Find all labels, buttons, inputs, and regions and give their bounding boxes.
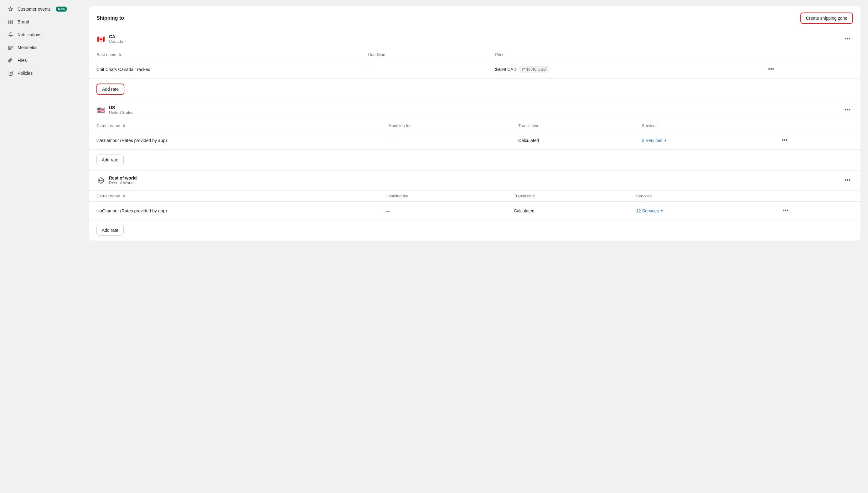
handling-fee-cell-row: — <box>378 202 506 220</box>
sidebar-item-policies[interactable]: Policies <box>2 67 79 80</box>
zone-row-country: Rest of World <box>109 180 137 185</box>
ca-row-menu-button[interactable]: ••• <box>766 65 776 74</box>
zone-row-menu-button[interactable]: ••• <box>842 176 853 185</box>
sort-icon-carrier-row[interactable]: ⇅ <box>122 194 125 198</box>
brand-icon <box>7 19 14 25</box>
col-actions-us <box>771 120 861 131</box>
zone-row: Rest of world Rest of World ••• Carrier … <box>89 170 861 240</box>
zone-ca: 🇨🇦 CA Canada ••• Rate name ⇅ Condition <box>89 29 861 100</box>
services-link-row[interactable]: 12 Services ▼ <box>636 208 765 213</box>
shipping-header: Shipping to Create shipping zone <box>89 6 861 29</box>
paperclip-icon <box>7 57 14 64</box>
sidebar-label-files: Files <box>18 58 27 63</box>
chevron-down-icon-us: ▼ <box>664 138 667 142</box>
zone-us-menu-button[interactable]: ••• <box>842 105 853 114</box>
shipping-container: Shipping to Create shipping zone 🇨🇦 CA C… <box>89 6 861 240</box>
us-row-menu-button[interactable]: ••• <box>779 136 790 145</box>
ca-add-rate-button[interactable]: Add rate <box>97 84 124 95</box>
sidebar-item-notifications[interactable]: Notifications <box>2 28 79 41</box>
zone-us-name-group: US United States <box>109 105 134 115</box>
row-actions-us: ••• <box>771 131 861 150</box>
sidebar-item-brand[interactable]: Brand <box>2 16 79 28</box>
table-row: viaGlamour (Rates provided by app) — Cal… <box>89 131 861 150</box>
sidebar-item-files[interactable]: Files <box>2 54 79 67</box>
svg-rect-3 <box>11 22 13 24</box>
zone-ca-name-group: CA Canada <box>109 34 123 44</box>
zone-us-country: United States <box>109 110 134 115</box>
ca-add-rate-section: Add rate <box>89 79 861 100</box>
services-link-us[interactable]: 5 Services ▼ <box>642 138 764 143</box>
create-shipping-zone-button[interactable]: Create shipping zone <box>800 13 853 24</box>
zone-row-header: Rest of world Rest of World ••• <box>89 171 861 190</box>
sort-icon-rate-name[interactable]: ⇅ <box>119 53 121 57</box>
services-cell-us: 5 Services ▼ <box>634 131 772 150</box>
rate-name-cell: Chit Chats Canada Tracked <box>89 60 360 79</box>
row-add-rate-section: Add rate <box>89 220 861 240</box>
row-row-menu-button[interactable]: ••• <box>780 206 791 215</box>
carrier-name-cell-us: viaGlamour (Rates provided by app) <box>89 131 381 150</box>
sidebar-label-metafields: Metafields <box>18 45 38 50</box>
svg-rect-5 <box>8 47 13 48</box>
col-price: Price <box>487 49 758 60</box>
globe-icon <box>97 176 105 185</box>
col-transit-time-us: Transit time <box>511 120 634 131</box>
us-add-rate-button[interactable]: Add rate <box>97 154 124 165</box>
transit-time-cell-row: Calculated <box>506 202 629 220</box>
col-services-us: Services <box>634 120 772 131</box>
col-carrier-name-us: Carrier name ⇅ <box>89 120 381 131</box>
col-handling-fee-us: Handling fee <box>381 120 511 131</box>
sparkle-icon <box>7 6 14 12</box>
metafields-icon <box>7 44 14 51</box>
sort-icon-carrier-us[interactable]: ⇅ <box>122 124 125 128</box>
col-services-row: Services <box>628 191 772 202</box>
svg-rect-0 <box>9 20 10 22</box>
zone-ca-country: Canada <box>109 39 123 44</box>
col-handling-fee-row: Handling fee <box>378 191 506 202</box>
exchange-icon: ⇄ <box>522 67 525 72</box>
handling-fee-cell-us: — <box>381 131 511 150</box>
zone-row-name-group: Rest of world Rest of World <box>109 175 137 185</box>
zone-row-code: Rest of world <box>109 175 137 180</box>
row-rate-table: Carrier name ⇅ Handling fee Transit time… <box>89 190 861 220</box>
col-actions-ca <box>758 49 861 60</box>
table-row: viaGlamour (Rates provided by app) — Cal… <box>89 202 861 220</box>
us-add-rate-section: Add rate <box>89 150 861 170</box>
col-actions-row <box>772 191 861 202</box>
price-cad: $9.99 CAD <box>495 67 516 72</box>
converted-price: ⇄ $7.40 USD <box>519 66 549 72</box>
ca-flag-icon: 🇨🇦 <box>97 36 105 42</box>
row-actions-row: ••• <box>772 202 861 220</box>
sidebar-item-metafields[interactable]: Metafields <box>2 41 79 54</box>
ca-rate-table: Rate name ⇅ Condition Price Chit Chats C… <box>89 49 861 79</box>
zone-row-info: Rest of world Rest of World <box>97 175 137 185</box>
condition-cell: — <box>360 60 487 79</box>
svg-rect-4 <box>8 46 13 47</box>
zone-us-info: 🇺🇸 US United States <box>97 105 134 115</box>
table-row: Chit Chats Canada Tracked — $9.99 CAD ⇄ … <box>89 60 861 79</box>
zone-ca-header: 🇨🇦 CA Canada ••• <box>89 29 861 49</box>
svg-rect-2 <box>9 22 10 24</box>
col-rate-name: Rate name ⇅ <box>89 49 360 60</box>
sidebar-label-notifications: Notifications <box>18 32 41 37</box>
col-carrier-name-row: Carrier name ⇅ <box>89 191 378 202</box>
transit-time-cell-us: Calculated <box>511 131 634 150</box>
carrier-name-cell-row: viaGlamour (Rates provided by app) <box>89 202 378 220</box>
sidebar-label-policies: Policies <box>18 71 33 76</box>
sidebar-item-customer-events[interactable]: Customer events New <box>2 3 79 15</box>
services-cell-row: 12 Services ▼ <box>628 202 772 220</box>
price-usd: $7.40 USD <box>526 67 546 72</box>
row-actions-ca: ••• <box>758 60 861 79</box>
chevron-down-icon-row: ▼ <box>660 209 664 213</box>
zone-us-header: 🇺🇸 US United States ••• <box>89 100 861 120</box>
zone-ca-menu-button[interactable]: ••• <box>842 35 853 43</box>
new-badge: New <box>56 6 67 12</box>
col-transit-time-row: Transit time <box>506 191 629 202</box>
zone-ca-info: 🇨🇦 CA Canada <box>97 34 123 44</box>
zone-us-code: US <box>109 105 134 110</box>
services-count-us: 5 Services <box>642 138 662 143</box>
sidebar: Customer events New Brand Notifications <box>0 0 81 493</box>
svg-rect-6 <box>8 49 11 50</box>
sidebar-label-brand: Brand <box>18 19 29 24</box>
row-add-rate-button[interactable]: Add rate <box>97 225 124 236</box>
svg-rect-1 <box>11 20 13 22</box>
